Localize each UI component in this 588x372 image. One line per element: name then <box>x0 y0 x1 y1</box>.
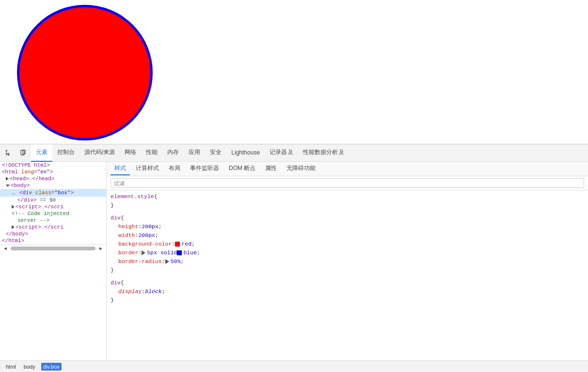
dom-triangle-head[interactable] <box>6 177 9 181</box>
breadcrumb-div-box[interactable]: div.box <box>41 363 62 371</box>
dom-line-div[interactable]: … <div class="box"> <box>0 189 106 197</box>
css-border-line[interactable]: border : 5px solid blue ; <box>111 248 584 257</box>
css-width-line[interactable]: width : 200px ; <box>111 231 584 240</box>
svg-point-5 <box>22 154 23 155</box>
styles-filter <box>107 176 588 190</box>
dom-triangle-script2[interactable] <box>12 225 15 229</box>
css-block-1-close: } <box>111 266 584 275</box>
dom-line-body-close[interactable]: </body> <box>0 231 106 237</box>
tab-sources[interactable]: 源代码/来源 <box>79 144 120 162</box>
preview-area <box>0 0 588 144</box>
dom-line-head[interactable]: <head>…</head> <box>0 175 106 182</box>
css-background-color-line[interactable]: background-color : red ; <box>111 240 584 248</box>
breadcrumb-html[interactable]: html <box>4 363 18 371</box>
device-toolbar-icon[interactable] <box>16 146 30 160</box>
tab-network[interactable]: 网络 <box>120 144 141 162</box>
dom-line-comment1[interactable]: <!-- Code injected <box>0 210 106 217</box>
styles-subtabs: 样式 计算样式 布局 事件监听器 DOM 断点 属性 无障碍功能 <box>107 162 588 176</box>
border-radius-expand-icon[interactable] <box>165 259 169 264</box>
styles-content: element.style { } div { height : <box>107 190 588 360</box>
devtools-tabs: 元素 控制台 源代码/来源 网络 性能 内存 应用 安全 Lighthouse … <box>31 144 586 162</box>
dom-triangle-body[interactable] <box>6 185 10 187</box>
inspect-element-icon[interactable] <box>2 146 16 160</box>
css-selector-line: element.style { <box>111 192 584 201</box>
tab-lighthouse[interactable]: Lighthouse <box>226 144 265 162</box>
tab-recorder[interactable]: 记录器 及 <box>265 144 298 162</box>
filter-input[interactable] <box>111 178 584 188</box>
dom-line-html[interactable]: <html lang="en"> <box>0 169 106 175</box>
svg-rect-1 <box>7 150 8 151</box>
css-height-line[interactable]: height : 200px ; <box>111 222 584 231</box>
css-block-div-1: div { height : 200px ; width : 200px ; <box>111 214 584 275</box>
tab-elements[interactable]: 元素 <box>31 144 52 162</box>
red-circle <box>17 5 153 140</box>
css-block-element-style: element.style { } <box>111 192 584 210</box>
dom-line-doctype[interactable]: <!DOCTYPE html> <box>0 162 106 169</box>
dom-line-html-close[interactable]: </html> <box>0 237 106 244</box>
border-expand-icon[interactable] <box>142 250 145 255</box>
css-div-selector: div { <box>111 214 584 222</box>
dom-panel[interactable]: <!DOCTYPE html> <html lang="en"> <head>…… <box>0 162 107 360</box>
dom-line-comment2[interactable]: server --> <box>0 217 106 224</box>
dom-horizontal-scroll[interactable]: ◀ ▶ <box>0 244 106 252</box>
devtools-toolbar: 元素 控制台 源代码/来源 网络 性能 内存 应用 安全 Lighthouse … <box>0 144 588 162</box>
css-display-line[interactable]: display : block ; <box>111 287 584 296</box>
tab-console[interactable]: 控制台 <box>52 144 79 162</box>
subtab-properties[interactable]: 属性 <box>261 162 281 175</box>
border-color-swatch[interactable] <box>177 250 182 255</box>
subtab-layout[interactable]: 布局 <box>165 162 184 175</box>
subtab-styles[interactable]: 样式 <box>111 162 130 175</box>
bg-color-swatch[interactable] <box>175 242 180 247</box>
devtools-body: <!DOCTYPE html> <html lang="en"> <head>…… <box>0 162 588 360</box>
dom-triangle-script1[interactable] <box>12 205 15 209</box>
tab-memory[interactable]: 内存 <box>162 144 184 162</box>
scroll-left-arrow[interactable]: ◀ <box>2 246 9 251</box>
breadcrumb-bar: html body div.box <box>0 360 588 372</box>
dom-line-body[interactable]: <body> <box>0 182 106 189</box>
css-block-div-2: div { display : block ; } <box>111 279 584 305</box>
breadcrumb-body[interactable]: body <box>22 363 37 371</box>
dom-line-script2[interactable]: <script>…</scri <box>0 224 106 231</box>
css-border-radius-line[interactable]: border-radius : 50% ; <box>111 257 584 266</box>
tab-security[interactable]: 安全 <box>205 144 226 162</box>
dom-line-div-close[interactable]: </div> == $0 <box>0 197 106 203</box>
subtab-event-listeners[interactable]: 事件监听器 <box>186 162 223 175</box>
scroll-thumb[interactable] <box>11 247 95 250</box>
subtab-accessibility[interactable]: 无障碍功能 <box>283 162 319 175</box>
css-block-2-close: } <box>111 296 584 305</box>
css-close-brace: } <box>111 201 584 210</box>
tab-performance[interactable]: 性能 <box>141 144 162 162</box>
subtab-dom-breakpoints[interactable]: DOM 断点 <box>225 162 259 175</box>
styles-panel: 样式 计算样式 布局 事件监听器 DOM 断点 属性 无障碍功能 element… <box>107 162 588 360</box>
scroll-right-arrow[interactable]: ▶ <box>97 246 104 251</box>
dom-line-script1[interactable]: <script>…</scri <box>0 203 106 210</box>
css-div-selector-2: div { <box>111 279 584 287</box>
tab-perf-insights[interactable]: 性能数据分析 及 <box>298 144 349 162</box>
subtab-computed[interactable]: 计算样式 <box>132 162 163 175</box>
devtools-panel: 元素 控制台 源代码/来源 网络 性能 内存 应用 安全 Lighthouse … <box>0 144 588 372</box>
tab-application[interactable]: 应用 <box>184 144 205 162</box>
